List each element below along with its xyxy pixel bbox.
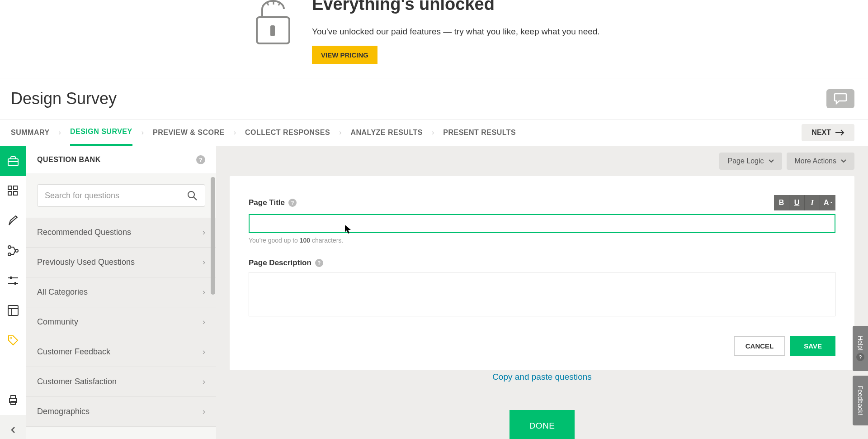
- chevron-right-icon: ›: [234, 129, 236, 137]
- category-label: Customer Feedback: [37, 347, 110, 357]
- copy-paste-questions-link[interactable]: Copy and paste questions: [492, 372, 592, 382]
- category-community[interactable]: Community›: [26, 307, 216, 337]
- rail-builder[interactable]: [0, 176, 26, 206]
- svg-rect-1: [270, 25, 275, 36]
- view-pricing-button[interactable]: VIEW PRICING: [312, 46, 377, 64]
- chevron-right-icon: ›: [203, 287, 205, 297]
- caret-down-icon: [841, 159, 846, 163]
- rail-logic[interactable]: [0, 236, 26, 266]
- svg-point-11: [8, 246, 11, 248]
- tag-icon: [7, 334, 19, 346]
- rail-question-bank[interactable]: [0, 146, 26, 176]
- nav-step-present-results[interactable]: PRESENT RESULTS: [443, 120, 516, 145]
- left-icon-rail: [0, 146, 26, 439]
- page-description-input[interactable]: [249, 272, 835, 316]
- category-demographics[interactable]: Demographics›: [26, 397, 216, 427]
- category-recommended-questions[interactable]: Recommended Questions›: [26, 218, 216, 248]
- nav-step-analyze-results[interactable]: ANALYZE RESULTS: [350, 120, 423, 145]
- italic-button[interactable]: I: [805, 195, 820, 210]
- more-actions-dropdown[interactable]: More Actions: [787, 153, 854, 170]
- svg-line-26: [193, 197, 197, 200]
- branch-icon: [7, 245, 19, 257]
- svg-point-13: [15, 249, 18, 252]
- page-editor-panel: Page Title ? B U I A You're good up to 1…: [230, 176, 854, 370]
- nav-step-summary[interactable]: SUMMARY: [11, 120, 50, 145]
- svg-point-21: [10, 337, 12, 339]
- svg-rect-8: [14, 186, 17, 190]
- search-input[interactable]: [45, 191, 187, 200]
- help-icon[interactable]: ?: [288, 199, 297, 207]
- page-title-label: Page Title: [249, 198, 285, 207]
- help-side-tab[interactable]: Help! ?: [853, 326, 868, 371]
- page-logic-dropdown[interactable]: Page Logic: [719, 153, 782, 170]
- next-button-label: NEXT: [811, 129, 831, 137]
- rail-appearance[interactable]: [0, 206, 26, 236]
- help-icon[interactable]: ?: [315, 259, 323, 267]
- page-logic-label: Page Logic: [727, 157, 764, 165]
- chevron-right-icon: ›: [203, 317, 205, 327]
- rail-tags[interactable]: [0, 325, 26, 355]
- caret-down-icon: [830, 201, 832, 204]
- caret-down-icon: [769, 159, 774, 163]
- layout-icon: [7, 305, 19, 316]
- chevron-right-icon: ›: [203, 377, 205, 387]
- svg-rect-18: [8, 305, 18, 315]
- char-hint-num: 100: [300, 237, 310, 244]
- sidebar-scrollbar[interactable]: [210, 177, 216, 295]
- rail-collapse[interactable]: [0, 415, 26, 439]
- help-icon[interactable]: ?: [196, 155, 205, 164]
- printer-icon: [7, 394, 19, 406]
- chevron-right-icon: ›: [432, 129, 434, 137]
- svg-rect-23: [11, 396, 15, 399]
- underline-button[interactable]: U: [789, 195, 805, 210]
- bold-button[interactable]: B: [774, 195, 789, 210]
- chevron-right-icon: ›: [339, 129, 341, 137]
- question-bank-sidebar: QUESTION BANK ? Recommended Questions› P…: [26, 146, 216, 439]
- sidebar-title: QUESTION BANK: [37, 156, 101, 164]
- category-customer-satisfaction[interactable]: Customer Satisfaction›: [26, 367, 216, 397]
- feedback-tab-label: Feedback!: [857, 386, 864, 415]
- char-hint-post: characters.: [310, 237, 343, 244]
- chevron-right-icon: ›: [142, 129, 144, 137]
- rail-themes[interactable]: [0, 296, 26, 325]
- category-previously-used-questions[interactable]: Previously Used Questions›: [26, 248, 216, 277]
- page-title-input[interactable]: [249, 214, 835, 233]
- unlocked-banner: Everything's unlocked You've unlocked ou…: [0, 0, 868, 78]
- format-toolbar: B U I A: [774, 195, 835, 210]
- search-icon: [187, 190, 198, 201]
- chevron-left-icon: [9, 426, 17, 434]
- nav-step-collect-responses[interactable]: COLLECT RESPONSES: [245, 120, 330, 145]
- next-button[interactable]: NEXT: [802, 124, 854, 141]
- cancel-button[interactable]: CANCEL: [734, 336, 785, 356]
- svg-rect-10: [14, 191, 17, 195]
- svg-point-12: [8, 253, 11, 256]
- rail-print[interactable]: [0, 385, 26, 415]
- sliders-icon: [7, 275, 19, 286]
- done-button[interactable]: DONE: [509, 410, 575, 439]
- save-button[interactable]: SAVE: [790, 336, 835, 356]
- feedback-side-tab[interactable]: Feedback!: [853, 376, 868, 425]
- more-actions-label: More Actions: [795, 157, 836, 165]
- page-description-label: Page Description: [249, 258, 311, 267]
- page-title: Design Survey: [11, 89, 117, 108]
- chevron-right-icon: ›: [203, 407, 205, 416]
- svg-point-25: [188, 191, 194, 198]
- text-color-button[interactable]: A: [820, 195, 835, 210]
- unlocked-lock-icon: [249, 0, 298, 47]
- category-customer-feedback[interactable]: Customer Feedback›: [26, 337, 216, 367]
- category-label: All Categories: [37, 287, 88, 297]
- pencil-icon: [7, 215, 19, 227]
- nav-step-design-survey[interactable]: DESIGN SURVEY: [70, 119, 132, 146]
- category-label: Recommended Questions: [37, 228, 131, 237]
- search-box[interactable]: [37, 184, 205, 207]
- svg-rect-9: [8, 191, 12, 195]
- rail-options[interactable]: [0, 266, 26, 296]
- category-label: Demographics: [37, 407, 90, 416]
- banner-title: Everything's unlocked: [312, 0, 600, 14]
- help-dot-icon: ?: [856, 353, 864, 361]
- category-all-categories[interactable]: All Categories›: [26, 277, 216, 307]
- main-canvas: Page Logic More Actions Page Title ? B U…: [216, 146, 868, 439]
- comments-button[interactable]: [826, 89, 854, 108]
- nav-step-preview-score[interactable]: PREVIEW & SCORE: [153, 120, 225, 145]
- grid-icon: [7, 185, 19, 197]
